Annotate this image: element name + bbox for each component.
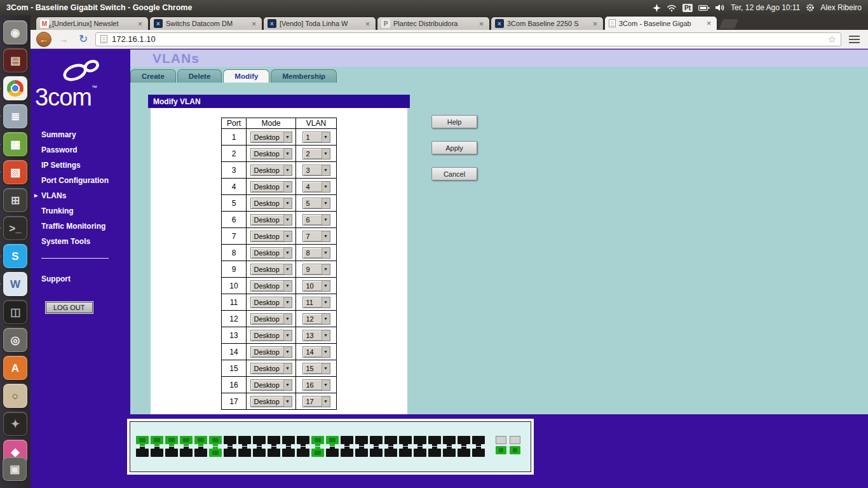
mode-dropdown[interactable]: Desktop▼ (250, 214, 292, 226)
vlan-cell: 14▼ (296, 344, 337, 360)
launcher-item-libreoffice-impress[interactable]: ▧ (3, 160, 27, 184)
mode-dropdown[interactable]: Desktop▼ (250, 379, 292, 391)
sidebar-item-vlans[interactable]: ▶VLANs (31, 188, 130, 203)
user-menu[interactable]: Alex Ribeiro (820, 3, 862, 12)
browser-tab-3[interactable]: ×[Vendo] Toda Linha W× (263, 17, 376, 30)
browser-tab-5[interactable]: ×3Com Baseline 2250 S× (491, 17, 604, 30)
tab-delete[interactable]: Delete (177, 69, 222, 83)
reload-button[interactable]: ↻ (76, 32, 91, 47)
forward-button[interactable]: → (56, 32, 71, 47)
vlan-dropdown[interactable]: 1▼ (302, 132, 330, 143)
vlan-dropdown[interactable]: 13▼ (302, 330, 330, 341)
tab-close-icon[interactable]: × (705, 19, 713, 27)
launcher-item-search-tool[interactable]: ○ (3, 384, 27, 408)
vlan-dropdown[interactable]: 17▼ (302, 396, 330, 407)
mode-dropdown[interactable]: Desktop▼ (250, 247, 292, 259)
launcher-item-gimp[interactable]: ✦ (3, 412, 27, 436)
launcher-item-chrome[interactable] (3, 76, 27, 100)
tab-modify[interactable]: Modify (223, 69, 269, 83)
port-link-down (472, 436, 485, 444)
clock[interactable]: Ter, 12 de Ago 10:11 (731, 3, 800, 12)
vlan-dropdown[interactable]: 12▼ (302, 313, 330, 325)
tab-close-icon[interactable]: × (136, 20, 144, 28)
sidebar-item-traffic-monitoring[interactable]: Traffic Monitoring (31, 219, 130, 234)
launcher-item-trash[interactable]: ▣ (3, 457, 27, 481)
bookmark-star-icon[interactable]: ☆ (828, 34, 836, 45)
address-bar[interactable]: 172.16.1.10 ☆ (95, 32, 841, 46)
vlan-dropdown[interactable]: 14▼ (302, 346, 330, 358)
launcher-item-media-app[interactable]: ◫ (3, 300, 27, 324)
vlan-dropdown[interactable]: 4▼ (302, 181, 330, 193)
mode-dropdown[interactable]: Desktop▼ (250, 198, 292, 209)
launcher-item-calculator[interactable]: ⊞ (3, 188, 27, 212)
tab-close-icon[interactable]: × (477, 20, 485, 28)
mode-dropdown[interactable]: Desktop▼ (250, 181, 292, 193)
log-out-button[interactable]: LOG OUT (46, 302, 93, 313)
launcher-item-dash-home[interactable]: ◉ (3, 20, 27, 44)
mode-dropdown[interactable]: Desktop▼ (250, 264, 292, 275)
sidebar-item-password[interactable]: Password (31, 142, 130, 158)
help-button[interactable]: Help (431, 115, 477, 128)
vlan-dropdown[interactable]: 6▼ (302, 214, 330, 226)
mode-dropdown[interactable]: Desktop▼ (250, 231, 292, 242)
mode-dropdown[interactable]: Desktop▼ (250, 346, 292, 358)
sidebar-item-system-tools[interactable]: System Tools (31, 234, 130, 249)
sidebar-item-support[interactable]: Support (31, 271, 130, 287)
browser-tab-2[interactable]: ×Switchs Datacom DM× (149, 17, 262, 30)
vlan-dropdown[interactable]: 9▼ (302, 264, 330, 275)
mode-dropdown[interactable]: Desktop▼ (250, 297, 292, 308)
vlan-dropdown[interactable]: 7▼ (302, 231, 330, 242)
mode-dropdown[interactable]: Desktop▼ (250, 165, 292, 176)
launcher-item-skype[interactable]: S (3, 244, 27, 268)
mode-dropdown[interactable]: Desktop▼ (250, 363, 292, 374)
launcher-item-wxmaxima[interactable]: W (3, 272, 27, 296)
mode-dropdown[interactable]: Desktop▼ (250, 280, 292, 292)
panel-title: Modify VLAN (148, 95, 410, 108)
sidebar-item-port-configuration[interactable]: Port Configuration (31, 173, 130, 188)
vlan-dropdown[interactable]: 11▼ (302, 297, 330, 308)
uplink-port-link-up (510, 446, 520, 454)
launcher-item-software-center[interactable]: A (3, 356, 27, 380)
volume-icon[interactable] (715, 4, 725, 11)
vlan-dropdown[interactable]: 5▼ (302, 198, 330, 209)
vlan-dropdown[interactable]: 10▼ (302, 280, 330, 292)
back-button[interactable]: ← (36, 32, 51, 47)
sidebar-item-ip-settings[interactable]: IP Settings (31, 158, 130, 173)
3com-wordmark: 3com™ (31, 85, 130, 111)
browser-tab-6[interactable]: 3Com - Baseline Gigab× (604, 16, 717, 30)
tab-close-icon[interactable]: × (250, 20, 258, 28)
tab-close-icon[interactable]: × (363, 20, 372, 28)
apply-button[interactable]: Apply (431, 141, 477, 154)
chrome-menu-icon[interactable] (846, 32, 862, 46)
cancel-button[interactable]: Cancel (431, 167, 477, 180)
mode-dropdown[interactable]: Desktop▼ (250, 148, 292, 159)
vlan-dropdown[interactable]: 15▼ (302, 363, 330, 374)
mode-dropdown[interactable]: Desktop▼ (250, 396, 292, 407)
launcher-item-libreoffice-calc[interactable]: ▦ (3, 132, 27, 156)
tab-create[interactable]: Create (130, 69, 176, 83)
mode-dropdown[interactable]: Desktop▼ (250, 132, 292, 143)
keyboard-layout-indicator[interactable]: Pt (682, 4, 693, 12)
sidebar-item-summary[interactable]: Summary (31, 127, 130, 142)
gear-icon[interactable] (806, 3, 815, 12)
browser-tab-4[interactable]: PPlantec Distribuidora× (377, 17, 490, 30)
vlan-dropdown[interactable]: 3▼ (302, 165, 330, 176)
sparkle-indicator-icon[interactable] (653, 4, 661, 12)
launcher-item-terminal[interactable]: >_ (3, 216, 27, 240)
running-indicator-icon (0, 86, 1, 90)
mode-dropdown[interactable]: Desktop▼ (250, 313, 292, 325)
launcher-item-archive-manager[interactable]: ▤ (3, 48, 27, 72)
mode-dropdown[interactable]: Desktop▼ (250, 330, 292, 341)
browser-tab-1[interactable]: M6[UnderLinux] Newslet× (36, 17, 149, 30)
vlan-dropdown[interactable]: 16▼ (302, 379, 330, 391)
new-tab-button[interactable] (719, 19, 738, 29)
battery-icon[interactable] (698, 4, 710, 11)
tab-membership[interactable]: Membership (271, 69, 337, 83)
launcher-item-gedit[interactable]: ≣ (3, 104, 27, 128)
launcher-item-screenshot-tool[interactable]: ◎ (3, 328, 27, 352)
tab-close-icon[interactable]: × (591, 20, 599, 28)
vlan-dropdown[interactable]: 2▼ (302, 148, 330, 159)
sidebar-item-trunking[interactable]: Trunking (31, 203, 130, 219)
vlan-dropdown[interactable]: 8▼ (302, 247, 330, 259)
wifi-icon[interactable] (667, 4, 677, 12)
